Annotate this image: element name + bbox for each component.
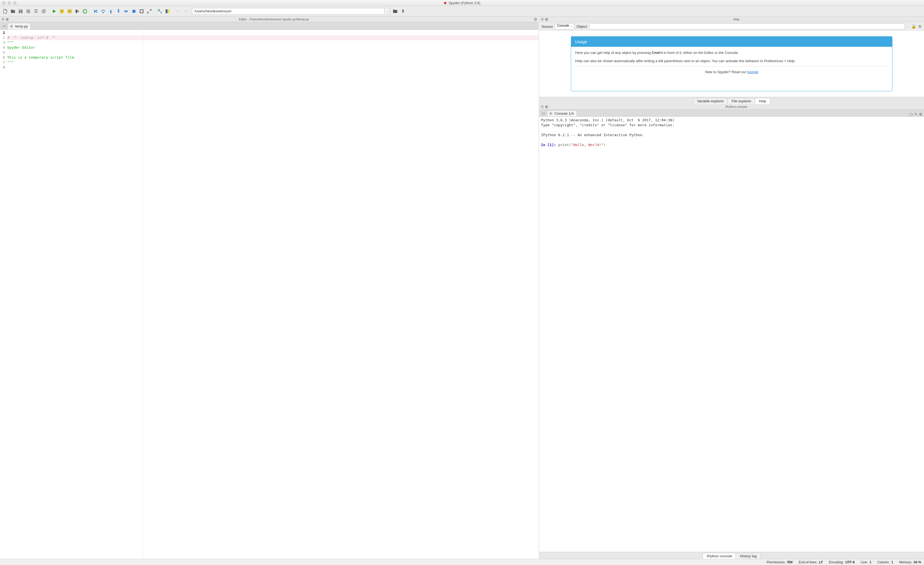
parent-dir-button[interactable]: ⬆ [399, 8, 406, 15]
spyder-logo-icon: ✱ [444, 1, 447, 5]
preferences-button[interactable]: 🔧 [156, 8, 164, 15]
step-over-button[interactable] [99, 8, 107, 15]
tab-variable-explorer[interactable]: Variable explorer [693, 98, 728, 104]
editor-body[interactable]: 1 2 3 4 5 6 7 8 # -*- coding: utf-8 -*-"… [0, 30, 538, 559]
svg-marker-7 [78, 11, 80, 12]
new-file-button[interactable] [2, 8, 9, 15]
console-pane-title: IPython console [549, 105, 924, 108]
tutorial-link[interactable]: tutorial [747, 70, 758, 74]
save-all-button[interactable] [25, 8, 32, 15]
help-pane-title: Help [549, 18, 924, 21]
tab-history-log[interactable]: History log [736, 553, 760, 559]
code-line: This is a temporary script file. [7, 55, 76, 59]
close-window-button[interactable] [2, 2, 6, 5]
svg-rect-6 [76, 10, 77, 13]
minimize-window-button[interactable] [8, 2, 11, 5]
svg-marker-8 [94, 10, 96, 13]
help-object-label: Object [576, 24, 587, 29]
console-output[interactable]: Python 3.6.3 |Anaconda, Inc.| (default, … [539, 117, 924, 552]
browse-cwd-button[interactable] [392, 8, 399, 15]
editor-pane-header: ✕ ◧ Editor - /Users/henriksveinsson/.spy… [0, 17, 538, 22]
close-tab-icon[interactable]: ✕ [10, 24, 14, 29]
working-directory-input[interactable] [192, 8, 384, 15]
editor-pane: ✕ ◧ Editor - /Users/henriksveinsson/.spy… [0, 17, 539, 559]
debug-config-button[interactable] [138, 8, 145, 15]
console-pane: ✕ ◧ IPython console ▭ ✕ Console 1/A ▢ ✎ … [539, 104, 924, 559]
svg-rect-17 [141, 10, 143, 12]
rerun-button[interactable] [81, 8, 88, 15]
editor-ruler [143, 30, 143, 559]
code-line: """ [7, 60, 14, 65]
continue-button[interactable] [123, 8, 130, 15]
svg-point-10 [103, 12, 104, 13]
stop-kernel-icon[interactable]: ▢ [909, 112, 913, 116]
lock-icon[interactable]: 🔒 [911, 24, 916, 29]
editor-tab-temp[interactable]: ✕ temp.py [8, 23, 31, 29]
step-out-button[interactable] [115, 8, 122, 15]
window-title-text: Spyder (Python 3.6) [448, 1, 480, 5]
help-options-icon[interactable]: ⚙ [918, 24, 922, 29]
code-line: Spyder Editor [7, 45, 35, 50]
debug-button[interactable] [92, 8, 99, 15]
status-eol: End-of-lines:LF [799, 560, 823, 564]
console-close-icon[interactable]: ✕ [540, 105, 544, 109]
help-toolbar: Source Console Object ⌄ 🔒 ⚙ [539, 22, 924, 31]
tab-file-explorer[interactable]: File explorer [728, 98, 755, 104]
cwd-dropdown-button[interactable]: ⌄ [385, 8, 390, 15]
traffic-lights [2, 2, 16, 5]
tab-help[interactable]: Help [755, 98, 771, 104]
right-pane: ✕ ◧ Help Source Console Object ⌄ 🔒 ⚙ Usa… [539, 17, 924, 559]
line-number-gutter: 1 2 3 4 5 6 7 8 [0, 30, 6, 559]
back-button[interactable]: ← [174, 8, 182, 15]
status-line: Line:1 [861, 560, 872, 564]
run-button[interactable] [51, 8, 58, 15]
maximize-pane-button[interactable] [146, 8, 153, 15]
zoom-window-button[interactable] [13, 2, 16, 5]
main-toolbar: ☰ @ 🔧 ← → ⌄ ⬆ [0, 6, 924, 17]
svg-rect-9 [96, 10, 97, 13]
svg-rect-15 [132, 10, 136, 13]
console-tab-close-icon[interactable]: ✕ [549, 112, 553, 116]
interrupt-kernel-icon[interactable]: ✎ [914, 112, 917, 116]
editor-options-icon[interactable]: ⚙ [534, 17, 537, 21]
console-pane-header: ✕ ◧ IPython console [539, 104, 924, 110]
open-file-button[interactable] [9, 8, 16, 15]
svg-line-19 [147, 12, 149, 13]
console-tab-1a[interactable]: ✕ Console 1/A [547, 110, 577, 116]
status-column: Column:1 [878, 560, 893, 564]
help-close-icon[interactable]: ✕ [540, 17, 544, 21]
run-cell-advance-button[interactable] [66, 8, 73, 15]
python-path-button[interactable] [164, 8, 171, 15]
svg-point-11 [111, 12, 111, 13]
editor-tab-label: temp.py [15, 24, 28, 29]
svg-rect-5 [70, 10, 70, 12]
editor-close-icon[interactable]: ✕ [1, 17, 5, 21]
console-browse-tabs-icon[interactable]: ▭ [540, 110, 546, 116]
help-bottom-tabs: Variable explorer File explorer Help [539, 97, 924, 104]
save-file-button[interactable] [17, 8, 24, 15]
code-text-area[interactable]: # -*- coding: utf-8 -*-""" Spyder Editor… [6, 30, 538, 559]
console-options-icon[interactable]: ⚙ [919, 112, 922, 116]
help-undock-icon[interactable]: ◧ [545, 17, 549, 21]
help-source-label: Source [542, 24, 553, 29]
usage-title: Usage [571, 37, 892, 47]
step-into-button[interactable] [107, 8, 114, 15]
browse-tabs-icon[interactable]: ▭ [1, 23, 7, 29]
svg-point-12 [118, 9, 119, 10]
console-undock-icon[interactable]: ◧ [545, 105, 549, 109]
run-selection-button[interactable] [74, 8, 81, 15]
console-tab-label: Console 1/A [554, 111, 574, 116]
run-cell-button[interactable] [58, 8, 66, 15]
status-bar: Permissions:RW End-of-lines:LF Encoding:… [0, 559, 924, 565]
forward-button[interactable]: → [182, 8, 189, 15]
list-outline-button[interactable]: ☰ [33, 8, 40, 15]
status-encoding: Encoding:UTF-8 [829, 560, 855, 564]
window-titlebar: ✱ Spyder (Python 3.6) [0, 0, 924, 6]
at-button[interactable]: @ [40, 8, 47, 15]
editor-undock-icon[interactable]: ◧ [6, 17, 9, 21]
help-source-select[interactable]: Console [555, 23, 574, 29]
tab-ipython-console[interactable]: IPython console [703, 553, 736, 559]
stop-debug-button[interactable] [130, 8, 138, 15]
usage-box: Usage Here you can get help of any objec… [571, 36, 892, 91]
help-object-input[interactable] [589, 23, 905, 29]
